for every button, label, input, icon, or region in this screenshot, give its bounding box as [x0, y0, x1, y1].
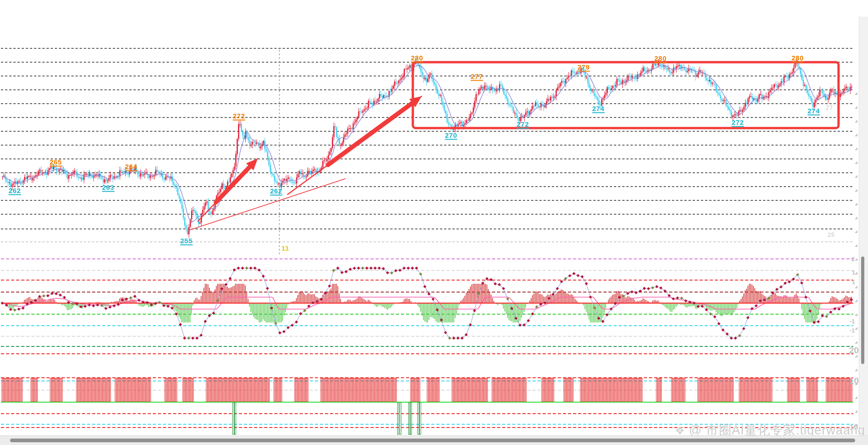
right-edge-strip	[859, 17, 868, 435]
vertical-scrollbar-thumb[interactable]	[861, 257, 864, 364]
horizontal-scrollbar-thumb[interactable]	[10, 439, 855, 442]
price-chart-canvas[interactable]	[0, 0, 868, 445]
diamond-icon: ❖	[675, 424, 685, 437]
trading-app-window: Deep Cognivate AI Quant Trading System 合…	[0, 0, 868, 445]
edge-texture-marks: ◢ ◢ ◢ ◢ ◢ ◢ ◢ ◢ ◢ ◢ ◢ ◢ ◢ ◢ ◢ ◢ ◢ ◢ ◢ ◢ …	[855, 87, 860, 445]
horizontal-scrollbar-track[interactable]	[0, 435, 868, 445]
